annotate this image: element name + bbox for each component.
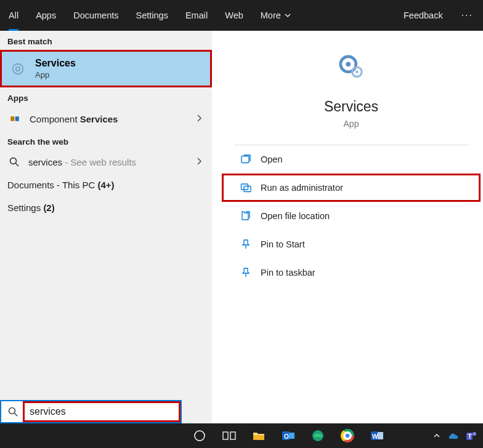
best-match-item[interactable]: Services App xyxy=(0,50,212,87)
taskbar-outlook-icon[interactable]: O xyxy=(274,423,303,448)
taskbar-cortana-icon[interactable] xyxy=(185,423,214,448)
chevron-right-icon xyxy=(196,114,202,124)
action-open-file-location[interactable]: Open file location xyxy=(222,202,481,230)
taskbar: O W T xyxy=(0,423,483,448)
tab-web[interactable]: Web xyxy=(216,0,252,31)
open-icon xyxy=(240,153,252,166)
detail-title: Services xyxy=(219,98,483,115)
svg-rect-31 xyxy=(378,432,383,439)
tray-teams-icon[interactable]: T xyxy=(465,429,478,442)
chevron-right-icon xyxy=(196,157,202,167)
action-open[interactable]: Open xyxy=(222,145,481,174)
folder-icon xyxy=(240,210,252,222)
svg-rect-17 xyxy=(230,432,235,439)
documents-count: (4+) xyxy=(97,180,114,190)
svg-rect-10 xyxy=(242,156,249,163)
result-search-web-label: services - See web results xyxy=(28,157,136,167)
best-match-subtitle: App xyxy=(35,70,76,79)
result-settings[interactable]: Settings (2) xyxy=(0,196,212,219)
taskbar-taskview-icon[interactable] xyxy=(214,423,244,448)
feedback-link[interactable]: Feedback xyxy=(395,10,452,20)
detail-app-icon xyxy=(219,52,483,85)
svg-rect-11 xyxy=(242,184,248,190)
tab-more-label: More xyxy=(261,10,281,20)
tab-settings[interactable]: Settings xyxy=(128,0,177,31)
svg-rect-12 xyxy=(244,186,251,192)
label-bold: Services xyxy=(80,114,118,124)
start-search-box[interactable] xyxy=(0,400,182,423)
settings-prefix: Settings xyxy=(7,202,43,213)
svg-line-5 xyxy=(16,164,19,167)
tray-chevron-up-icon[interactable] xyxy=(430,429,444,442)
component-services-icon xyxy=(9,113,21,125)
taskbar-word-icon[interactable]: W xyxy=(362,423,392,448)
svg-rect-3 xyxy=(15,116,19,121)
tab-all[interactable]: All xyxy=(0,0,27,31)
svg-rect-2 xyxy=(10,116,14,121)
action-pin-to-taskbar-label: Pin to taskbar xyxy=(261,268,315,278)
action-run-as-administrator[interactable]: Run as administrator xyxy=(222,174,481,202)
settings-count: (2) xyxy=(43,202,54,213)
taskbar-chrome-icon[interactable] xyxy=(333,423,362,448)
search-results-panel: Best match Services App Apps Component S… xyxy=(0,31,212,423)
section-search-web: Search the web xyxy=(0,131,212,150)
result-documents[interactable]: Documents - This PC (4+) xyxy=(0,174,212,196)
action-pin-to-start-label: Pin to Start xyxy=(261,239,305,249)
svg-rect-16 xyxy=(223,432,228,439)
label-prefix: Component xyxy=(30,114,80,124)
action-pin-to-taskbar[interactable]: Pin to taskbar xyxy=(222,258,481,287)
tab-apps[interactable]: Apps xyxy=(27,0,65,31)
tab-email[interactable]: Email xyxy=(177,0,216,31)
chevron-down-icon xyxy=(285,10,291,20)
tab-documents[interactable]: Documents xyxy=(65,0,127,31)
taskbar-edge-icon[interactable] xyxy=(303,423,333,448)
taskbar-file-explorer-icon[interactable] xyxy=(244,423,274,448)
search-icon xyxy=(9,156,20,167)
search-icon xyxy=(7,406,18,417)
svg-point-4 xyxy=(10,158,17,164)
svg-point-9 xyxy=(355,70,359,73)
svg-rect-21 xyxy=(289,433,294,439)
action-run-as-administrator-label: Run as administrator xyxy=(261,183,343,193)
web-query-text: services xyxy=(28,157,62,167)
result-component-services-label: Component Services xyxy=(30,114,118,124)
web-suffix-text: - See web results xyxy=(62,157,136,167)
svg-point-15 xyxy=(195,431,205,441)
svg-point-1 xyxy=(16,66,20,70)
svg-line-14 xyxy=(15,414,18,417)
tab-more[interactable]: More xyxy=(252,0,299,31)
gear-icon xyxy=(10,62,25,76)
action-open-file-location-label: Open file location xyxy=(261,211,330,221)
action-pin-to-start[interactable]: Pin to Start xyxy=(222,230,481,258)
search-input[interactable] xyxy=(30,406,153,417)
result-detail-panel: Services App Open Run as administrator O… xyxy=(219,31,483,423)
search-filter-tabs: All Apps Documents Settings Email Web Mo… xyxy=(0,0,483,31)
system-tray: T xyxy=(430,429,483,442)
svg-point-0 xyxy=(13,63,23,74)
pin-icon xyxy=(240,266,252,279)
section-apps: Apps xyxy=(0,87,212,106)
svg-point-13 xyxy=(9,408,15,414)
result-component-services[interactable]: Component Services xyxy=(0,106,212,131)
svg-text:T: T xyxy=(468,433,472,440)
tray-onedrive-icon[interactable] xyxy=(447,429,461,442)
detail-subtitle: App xyxy=(219,119,483,129)
svg-text:W: W xyxy=(372,433,378,440)
overflow-menu-icon[interactable]: ··· xyxy=(452,10,483,21)
svg-point-33 xyxy=(473,432,476,436)
svg-point-7 xyxy=(346,62,351,66)
section-best-match: Best match xyxy=(0,31,212,50)
documents-prefix: Documents - This PC xyxy=(7,180,97,190)
result-search-web[interactable]: services - See web results xyxy=(0,150,212,174)
gear-icon xyxy=(336,52,367,85)
taskbar-search-area xyxy=(0,423,185,448)
svg-rect-18 xyxy=(253,435,264,440)
pin-icon xyxy=(240,238,252,250)
action-open-label: Open xyxy=(261,154,282,164)
shield-icon xyxy=(240,182,252,194)
best-match-title: Services xyxy=(35,58,76,69)
svg-text:O: O xyxy=(284,433,289,440)
